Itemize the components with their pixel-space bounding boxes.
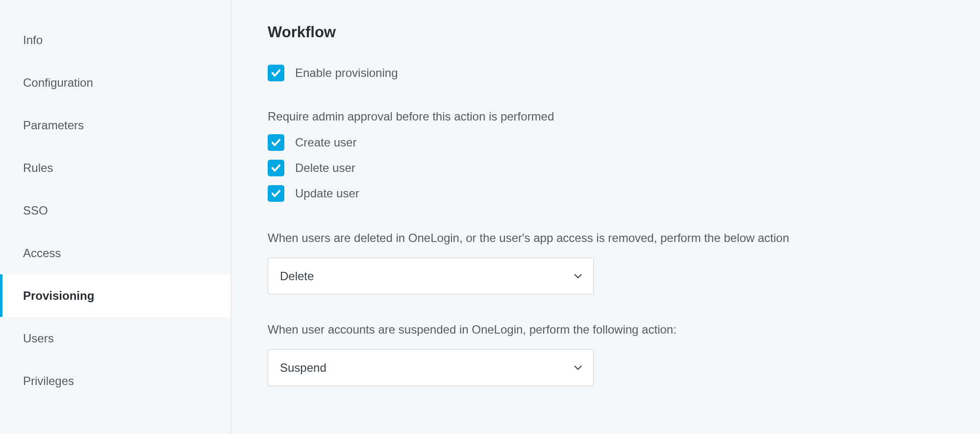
- update-user-label: Update user: [295, 187, 359, 200]
- delete-user-checkbox[interactable]: [268, 160, 284, 176]
- suspend-action-value: Suspend: [280, 361, 327, 375]
- sidebar-item-info[interactable]: Info: [0, 19, 231, 61]
- suspend-action-select-wrap: Suspend: [268, 349, 594, 386]
- require-approval-label: Require admin approval before this actio…: [268, 110, 980, 123]
- delete-action-value: Delete: [280, 269, 314, 283]
- delete-action-label: When users are deleted in OneLogin, or t…: [268, 231, 980, 245]
- delete-user-label: Delete user: [295, 161, 355, 175]
- sidebar-item-rules[interactable]: Rules: [0, 146, 231, 189]
- checkmark-icon: [271, 137, 281, 148]
- approval-group: Require admin approval before this actio…: [268, 110, 980, 202]
- create-user-row: Create user: [268, 134, 980, 151]
- delete-action-select-wrap: Delete: [268, 258, 594, 294]
- sidebar-item-sso[interactable]: SSO: [0, 189, 231, 232]
- sidebar-item-label: Rules: [23, 161, 53, 175]
- sidebar-item-label: Access: [23, 246, 61, 260]
- update-user-checkbox[interactable]: [268, 185, 284, 202]
- sidebar-item-privileges[interactable]: Privileges: [0, 360, 231, 402]
- sidebar-item-users[interactable]: Users: [0, 317, 231, 360]
- checkmark-icon: [271, 188, 281, 199]
- create-user-label: Create user: [295, 136, 356, 149]
- sidebar-item-parameters[interactable]: Parameters: [0, 104, 231, 146]
- sidebar-item-label: Users: [23, 332, 54, 345]
- enable-provisioning-checkbox[interactable]: [268, 65, 284, 81]
- sidebar-item-label: Provisioning: [23, 289, 94, 303]
- sidebar-item-access[interactable]: Access: [0, 232, 231, 274]
- sidebar-item-label: Parameters: [23, 119, 84, 132]
- sidebar-item-label: Configuration: [23, 76, 93, 90]
- checkmark-icon: [271, 163, 281, 173]
- sidebar: Info Configuration Parameters Rules SSO …: [0, 0, 231, 434]
- enable-provisioning-row: Enable provisioning: [268, 65, 980, 81]
- sidebar-item-provisioning[interactable]: Provisioning: [0, 274, 231, 317]
- sidebar-item-label: Privileges: [23, 374, 74, 388]
- update-user-row: Update user: [268, 185, 980, 202]
- sidebar-item-label: SSO: [23, 204, 48, 217]
- delete-action-select[interactable]: Delete: [268, 258, 594, 294]
- checkmark-icon: [271, 68, 281, 78]
- delete-user-row: Delete user: [268, 160, 980, 176]
- sidebar-item-label: Info: [23, 33, 43, 47]
- section-title: Workflow: [268, 24, 980, 41]
- suspend-action-select[interactable]: Suspend: [268, 349, 594, 386]
- create-user-checkbox[interactable]: [268, 134, 284, 151]
- enable-provisioning-label: Enable provisioning: [295, 66, 398, 80]
- main-content: Workflow Enable provisioning Require adm…: [231, 0, 980, 434]
- suspend-action-label: When user accounts are suspended in OneL…: [268, 323, 980, 337]
- sidebar-item-configuration[interactable]: Configuration: [0, 61, 231, 104]
